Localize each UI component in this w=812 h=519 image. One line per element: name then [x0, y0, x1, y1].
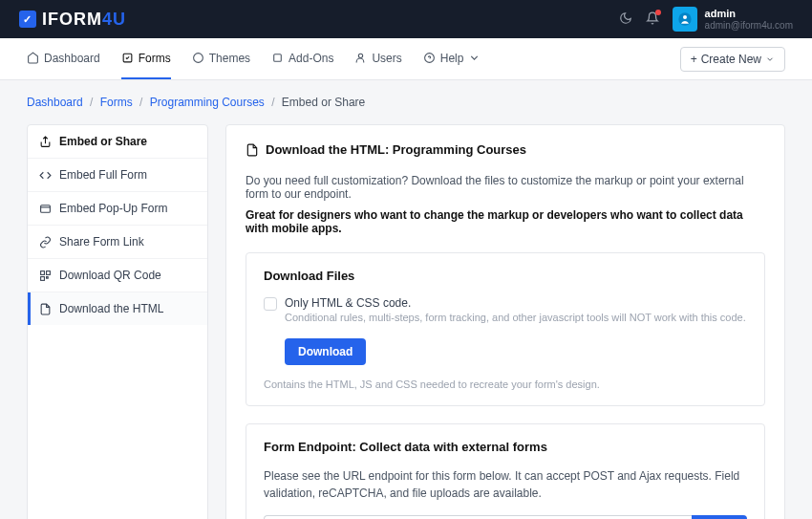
- breadcrumb-link[interactable]: Forms: [100, 96, 133, 109]
- create-new-button[interactable]: + Create New: [680, 47, 785, 72]
- chevron-down-icon: [468, 52, 481, 64]
- topbar: ✓ IFORM4U admin admin@iform4u.com: [0, 0, 812, 38]
- nav-help[interactable]: Help: [423, 38, 481, 79]
- download-button[interactable]: Download: [285, 338, 366, 365]
- breadcrumb-link[interactable]: Programming Courses: [150, 96, 265, 109]
- page-title: Download the HTML: Programming Courses: [246, 142, 765, 157]
- main-panel: Download the HTML: Programming Courses D…: [225, 124, 785, 519]
- checkbox-description: Conditional rules, multi-steps, form tra…: [285, 312, 746, 323]
- user-name: admin: [705, 8, 793, 19]
- users-icon: [354, 52, 367, 64]
- svg-point-1: [683, 15, 687, 19]
- endpoint-description: Please see the URL endpoint for this for…: [264, 467, 747, 502]
- endpoint-card: Form Endpoint: Collect data with externa…: [246, 423, 765, 519]
- download-files-card: Download Files Only HTML & CSS code. Con…: [246, 252, 765, 406]
- link-icon: [39, 236, 52, 249]
- logo-text-main: IFORM: [42, 10, 102, 30]
- qr-icon: [39, 270, 52, 282]
- notifications-icon[interactable]: [646, 11, 659, 28]
- sidebar-item-share-link[interactable]: Share Form Link: [28, 226, 207, 259]
- svg-rect-8: [41, 270, 45, 274]
- intro-bold-text: Great for designers who want to change t…: [246, 208, 765, 235]
- code-icon: [39, 169, 52, 182]
- theme-toggle-icon[interactable]: [619, 11, 632, 28]
- puzzle-icon: [271, 52, 284, 64]
- help-icon: [423, 52, 436, 64]
- nav-users[interactable]: Users: [354, 38, 401, 79]
- checkbox-label: Only HTML & CSS code.: [285, 296, 746, 310]
- sidebar-item-download-html[interactable]: Download the HTML: [28, 292, 207, 325]
- home-icon: [27, 52, 39, 64]
- sidebar-item-embed-popup[interactable]: Embed Pop-Up Form: [28, 192, 207, 226]
- file-icon: [246, 143, 259, 157]
- share-icon: [39, 136, 52, 148]
- topbar-right: admin admin@iform4u.com: [619, 7, 793, 32]
- svg-rect-9: [47, 270, 51, 274]
- user-menu[interactable]: admin admin@iform4u.com: [673, 7, 793, 32]
- logo-text-suffix: 4U: [102, 10, 126, 30]
- svg-rect-7: [41, 205, 51, 212]
- palette-icon: [192, 52, 204, 64]
- sidebar-item-embed-full[interactable]: Embed Full Form: [28, 159, 207, 192]
- svg-rect-11: [47, 276, 49, 278]
- svg-rect-4: [274, 54, 282, 62]
- breadcrumb: Dashboard / Forms / Programming Courses …: [0, 80, 812, 124]
- endpoint-url-input[interactable]: [264, 515, 692, 519]
- card-title: Form Endpoint: Collect data with externa…: [264, 440, 747, 454]
- user-email: admin@iform4u.com: [705, 20, 793, 31]
- logo[interactable]: ✓ IFORM4U: [19, 10, 126, 30]
- sidebar-item-qr[interactable]: Download QR Code: [28, 259, 207, 292]
- avatar: [673, 7, 697, 32]
- breadcrumb-link[interactable]: Dashboard: [27, 96, 83, 109]
- svg-rect-10: [41, 276, 45, 280]
- plus-icon: +: [691, 53, 697, 66]
- form-icon: [121, 52, 134, 64]
- nav-themes[interactable]: Themes: [192, 38, 250, 79]
- nav-dashboard[interactable]: Dashboard: [27, 38, 100, 79]
- notification-dot: [655, 10, 661, 15]
- only-html-css-checkbox[interactable]: [264, 297, 277, 311]
- logo-check-icon: ✓: [19, 11, 36, 28]
- nav-addons[interactable]: Add-Ons: [271, 38, 333, 79]
- popup-icon: [39, 203, 52, 215]
- card-title: Download Files: [264, 269, 747, 283]
- svg-point-5: [359, 54, 363, 57]
- sidebar-heading: Embed or Share: [28, 125, 207, 159]
- file-icon: [39, 303, 52, 315]
- copy-button[interactable]: Copy: [692, 515, 747, 519]
- breadcrumb-current: Embed or Share: [282, 96, 365, 109]
- intro-text: Do you need full customization? Download…: [246, 174, 765, 201]
- chevron-down-icon: [765, 54, 775, 64]
- sidebar: Embed or Share Embed Full Form Embed Pop…: [27, 124, 208, 519]
- navbar: Dashboard Forms Themes Add-Ons Users Hel…: [0, 38, 812, 80]
- download-note: Contains the HTML, JS and CSS needed to …: [264, 378, 747, 390]
- nav-forms[interactable]: Forms: [121, 38, 171, 79]
- svg-point-3: [193, 54, 203, 63]
